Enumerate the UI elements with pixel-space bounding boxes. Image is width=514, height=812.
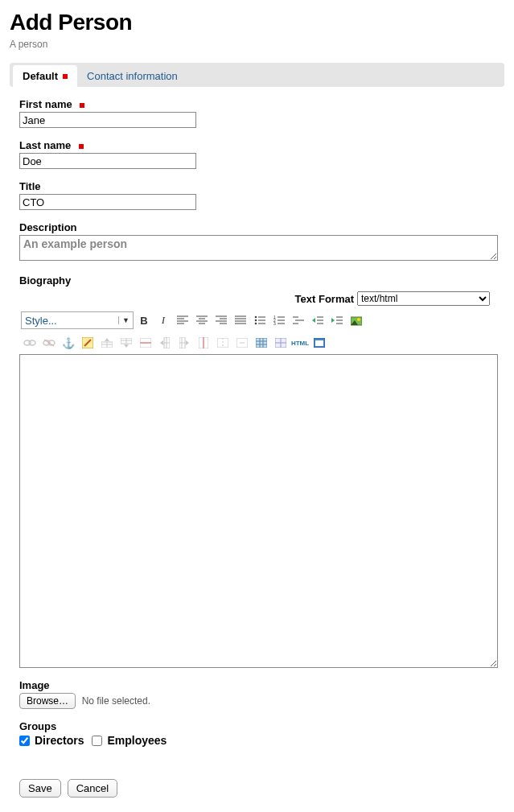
- biography-label: Biography: [19, 274, 504, 286]
- last-name-label: Last name: [19, 139, 504, 151]
- style-select-label: Style...: [25, 315, 57, 327]
- last-name-input[interactable]: [19, 153, 196, 169]
- title-input[interactable]: [19, 194, 196, 210]
- tab-default-label: Default: [23, 70, 58, 82]
- svg-marker-66: [186, 340, 189, 345]
- field-image: Image Browse… No file selected.: [19, 679, 504, 709]
- html-icon[interactable]: HTML: [291, 334, 309, 352]
- table-icon[interactable]: [253, 334, 270, 352]
- required-icon: [63, 74, 68, 79]
- outdent-icon[interactable]: [309, 311, 327, 329]
- editor-toolbar-row-1: Style... ▼ B I: [19, 309, 498, 332]
- tab-contact-information[interactable]: Contact information: [77, 65, 187, 87]
- field-first-name: First name: [19, 98, 504, 128]
- save-button[interactable]: Save: [19, 779, 61, 798]
- style-select[interactable]: Style... ▼: [21, 311, 134, 329]
- text-format-row: Text Format text/html: [19, 291, 490, 306]
- field-title: Title: [19, 180, 504, 210]
- checkbox-employees-label: Employees: [107, 734, 167, 747]
- definition-list-icon[interactable]: [290, 311, 307, 329]
- rich-text-editor: Style... ▼ B I: [19, 309, 498, 668]
- description-label: Description: [19, 221, 504, 233]
- required-icon: [79, 144, 84, 149]
- field-last-name: Last name: [19, 139, 504, 169]
- image-label: Image: [19, 679, 504, 691]
- table-merge-cell-icon[interactable]: [233, 334, 251, 352]
- required-icon: [80, 103, 84, 108]
- italic-icon[interactable]: I: [154, 311, 172, 329]
- svg-rect-73: [256, 338, 267, 348]
- title-label: Title: [19, 180, 504, 192]
- table-row-before-icon[interactable]: [98, 334, 116, 352]
- edit-icon[interactable]: [79, 334, 97, 352]
- groups-label: Groups: [19, 720, 504, 732]
- description-input[interactable]: An example person: [19, 235, 498, 261]
- indent-icon[interactable]: [328, 311, 346, 329]
- svg-marker-31: [312, 318, 315, 323]
- tab-contact-label: Contact information: [87, 70, 178, 82]
- svg-text:3: 3: [273, 321, 276, 325]
- cancel-button[interactable]: Cancel: [68, 779, 117, 798]
- bold-icon[interactable]: B: [135, 311, 153, 329]
- browse-button[interactable]: Browse…: [19, 693, 76, 709]
- svg-rect-82: [315, 340, 323, 346]
- text-format-select[interactable]: text/html: [357, 291, 490, 306]
- text-format-label: Text Format: [295, 293, 354, 305]
- first-name-label: First name: [19, 98, 504, 110]
- table-col-before-icon[interactable]: [156, 334, 174, 352]
- biography-editor-area[interactable]: [19, 354, 498, 668]
- table-row-after-icon[interactable]: [117, 334, 135, 352]
- field-groups: Groups Directors Employees: [19, 720, 504, 747]
- checkbox-employees[interactable]: [92, 736, 102, 746]
- svg-marker-62: [160, 340, 163, 345]
- field-description: Description An example person: [19, 221, 504, 263]
- svg-point-18: [255, 319, 257, 322]
- svg-point-16: [255, 316, 257, 319]
- svg-marker-35: [331, 318, 335, 323]
- action-row: Save Cancel: [19, 779, 504, 798]
- grid-icon[interactable]: [272, 334, 290, 352]
- table-delete-row-icon[interactable]: [137, 334, 154, 352]
- align-left-icon[interactable]: [174, 311, 191, 329]
- svg-marker-52: [105, 338, 109, 341]
- editor-toolbar-row-2: ⚓: [19, 332, 498, 354]
- ordered-list-icon[interactable]: 123: [270, 311, 288, 329]
- label-text: Last name: [19, 139, 71, 151]
- link-icon[interactable]: [21, 334, 39, 352]
- file-status: No file selected.: [82, 695, 150, 707]
- anchor-icon[interactable]: ⚓: [60, 334, 77, 352]
- table-delete-col-icon[interactable]: [195, 334, 212, 352]
- svg-point-43: [29, 340, 35, 345]
- first-name-input[interactable]: [19, 112, 196, 128]
- table-split-cell-icon[interactable]: [214, 334, 232, 352]
- field-biography: Biography Text Format text/html Style...…: [19, 274, 504, 668]
- label-text: First name: [19, 98, 72, 110]
- table-col-after-icon[interactable]: [175, 334, 193, 352]
- svg-point-20: [255, 323, 257, 325]
- tabs: Default Contact information: [10, 63, 504, 87]
- checkbox-directors-label: Directors: [35, 734, 84, 747]
- image-icon[interactable]: [347, 311, 365, 329]
- chevron-down-icon: ▼: [118, 316, 130, 324]
- svg-marker-56: [124, 344, 129, 348]
- align-justify-icon[interactable]: [232, 311, 249, 329]
- align-center-icon[interactable]: [193, 311, 211, 329]
- checkbox-directors[interactable]: [19, 736, 30, 746]
- align-right-icon[interactable]: [212, 311, 230, 329]
- unordered-list-icon[interactable]: [251, 311, 269, 329]
- page-subtitle: A person: [10, 39, 504, 50]
- fullscreen-icon[interactable]: [310, 334, 328, 352]
- svg-point-40: [357, 318, 360, 321]
- page-title: Add Person: [10, 10, 504, 35]
- tab-default[interactable]: Default: [13, 65, 77, 87]
- unlink-icon[interactable]: [40, 334, 58, 352]
